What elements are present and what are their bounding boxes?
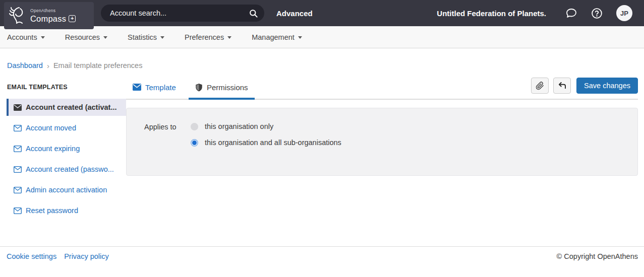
shield-icon bbox=[195, 83, 203, 92]
save-changes-button[interactable]: Save changes bbox=[576, 78, 638, 94]
chevron-down-icon bbox=[227, 36, 231, 39]
envelope-icon bbox=[14, 166, 22, 173]
option-organisation-and-sub-organisations[interactable]: this organisation and all sub-organisati… bbox=[191, 138, 341, 147]
chevron-down-icon bbox=[41, 36, 45, 39]
help-button[interactable] bbox=[591, 7, 603, 20]
brand-text: OpenAthens Compass + bbox=[30, 9, 76, 23]
sidebar-item-label: Reset password bbox=[26, 206, 78, 215]
search-button[interactable] bbox=[248, 8, 259, 19]
breadcrumb-current: Email template preferences bbox=[53, 61, 143, 70]
tab-template-label: Template bbox=[145, 83, 176, 92]
account-search-input[interactable] bbox=[110, 9, 248, 17]
main-header: Template Permissions bbox=[126, 77, 638, 100]
page: OpenAthens Compass + Advanced Untitled F… bbox=[0, 0, 644, 277]
sidebar-item-admin-account-activation[interactable]: Admin account activation bbox=[7, 181, 126, 198]
advanced-search-link[interactable]: Advanced bbox=[276, 0, 313, 26]
sidebar-item-label: Account moved bbox=[26, 124, 76, 132]
email-template-list: Account created (activat... Account move… bbox=[0, 99, 126, 219]
attach-button[interactable] bbox=[531, 78, 549, 94]
tab-bar: Template Permissions bbox=[126, 77, 261, 99]
nav-accounts-label: Accounts bbox=[7, 33, 37, 41]
envelope-icon bbox=[14, 146, 22, 152]
nav-resources-label: Resources bbox=[65, 33, 100, 41]
envelope-icon bbox=[14, 104, 22, 111]
option-label: this organisation and all sub-organisati… bbox=[205, 138, 341, 147]
nav-preferences[interactable]: Preferences bbox=[185, 33, 231, 41]
breadcrumb: Dashboard › Email template preferences bbox=[0, 48, 644, 71]
sidebar-item-account-expiring[interactable]: Account expiring bbox=[7, 140, 126, 157]
chevron-down-icon bbox=[160, 36, 164, 39]
footer-links: Cookie settings Privacy policy bbox=[7, 252, 109, 260]
sidebar-item-account-moved[interactable]: Account moved bbox=[7, 119, 126, 136]
sidebar-item-reset-password[interactable]: Reset password bbox=[7, 202, 126, 219]
nav-statistics-label: Statistics bbox=[128, 33, 157, 41]
envelope-icon bbox=[14, 207, 22, 214]
nav-management-label: Management bbox=[252, 33, 295, 41]
brand-large-label: Compass bbox=[30, 15, 66, 23]
sidebar-item-label: Admin account activation bbox=[26, 186, 107, 194]
top-bar: OpenAthens Compass + Advanced Untitled F… bbox=[0, 0, 644, 26]
toolbar: Save changes bbox=[531, 78, 638, 94]
radio-selected-icon[interactable] bbox=[191, 139, 198, 147]
permissions-panel: Applies to this organisation only this o… bbox=[126, 108, 638, 176]
help-icon bbox=[591, 7, 603, 20]
chevron-down-icon bbox=[103, 36, 107, 39]
cookie-settings-link[interactable]: Cookie settings bbox=[7, 252, 56, 260]
account-search bbox=[101, 5, 264, 22]
nav-preferences-label: Preferences bbox=[185, 33, 224, 41]
sidebar-item-account-created-activation[interactable]: Account created (activat... bbox=[7, 99, 126, 116]
main-panel: Template Permissions bbox=[126, 77, 638, 223]
sidebar-item-account-created-password[interactable]: Account created (passwo... bbox=[7, 161, 126, 178]
sidebar-item-label: Account created (activat... bbox=[26, 103, 117, 111]
brand-small-label: OpenAthens bbox=[30, 9, 76, 13]
tab-permissions-label: Permissions bbox=[207, 83, 248, 92]
sidebar-item-label: Account expiring bbox=[26, 145, 80, 153]
chevron-down-icon bbox=[298, 36, 302, 39]
undo-button[interactable] bbox=[553, 78, 571, 94]
paperclip-icon bbox=[536, 82, 544, 90]
nav-statistics[interactable]: Statistics bbox=[128, 33, 164, 41]
main-nav: Accounts Resources Statistics Preference… bbox=[0, 26, 644, 48]
envelope-icon bbox=[14, 125, 22, 131]
compass-plus-badge: + bbox=[69, 15, 76, 22]
content: EMAIL TEMPLATES Account created (activat… bbox=[0, 77, 644, 223]
applies-to-options: this organisation only this organisation… bbox=[191, 122, 341, 155]
top-bar-right: Untitled Federation of Planets. JP bbox=[437, 0, 632, 26]
nav-accounts[interactable]: Accounts bbox=[7, 33, 45, 41]
tab-template[interactable]: Template bbox=[126, 77, 183, 100]
applies-to-row: Applies to this organisation only this o… bbox=[144, 122, 637, 155]
copyright-text: © Copyright OpenAthens bbox=[557, 252, 638, 260]
nav-management[interactable]: Management bbox=[252, 33, 302, 41]
applies-to-label: Applies to bbox=[144, 122, 191, 155]
breadcrumb-separator: › bbox=[47, 61, 49, 70]
undo-arrow-icon bbox=[558, 81, 567, 90]
openathens-logo-icon bbox=[9, 6, 27, 26]
envelope-icon bbox=[14, 187, 22, 193]
feedback-button[interactable] bbox=[565, 7, 577, 19]
nav-resources[interactable]: Resources bbox=[65, 33, 107, 41]
tab-permissions[interactable]: Permissions bbox=[189, 77, 255, 100]
breadcrumb-dashboard-link[interactable]: Dashboard bbox=[7, 61, 43, 70]
email-templates-sidebar: EMAIL TEMPLATES Account created (activat… bbox=[0, 77, 126, 223]
federation-name: Untitled Federation of Planets. bbox=[437, 9, 546, 18]
chat-bubble-icon bbox=[565, 7, 577, 19]
footer: Cookie settings Privacy policy © Copyrig… bbox=[0, 246, 644, 277]
sidebar-heading: EMAIL TEMPLATES bbox=[7, 84, 126, 91]
option-label: this organisation only bbox=[205, 122, 273, 130]
radio-unselected-icon[interactable] bbox=[191, 123, 198, 130]
option-this-organisation-only[interactable]: this organisation only bbox=[191, 122, 341, 130]
user-avatar[interactable]: JP bbox=[616, 5, 632, 21]
envelope-icon bbox=[133, 84, 141, 91]
privacy-policy-link[interactable]: Privacy policy bbox=[64, 252, 109, 260]
search-icon bbox=[249, 9, 258, 18]
sidebar-item-label: Account created (passwo... bbox=[26, 165, 114, 173]
brand-logo[interactable]: OpenAthens Compass + bbox=[4, 2, 94, 29]
